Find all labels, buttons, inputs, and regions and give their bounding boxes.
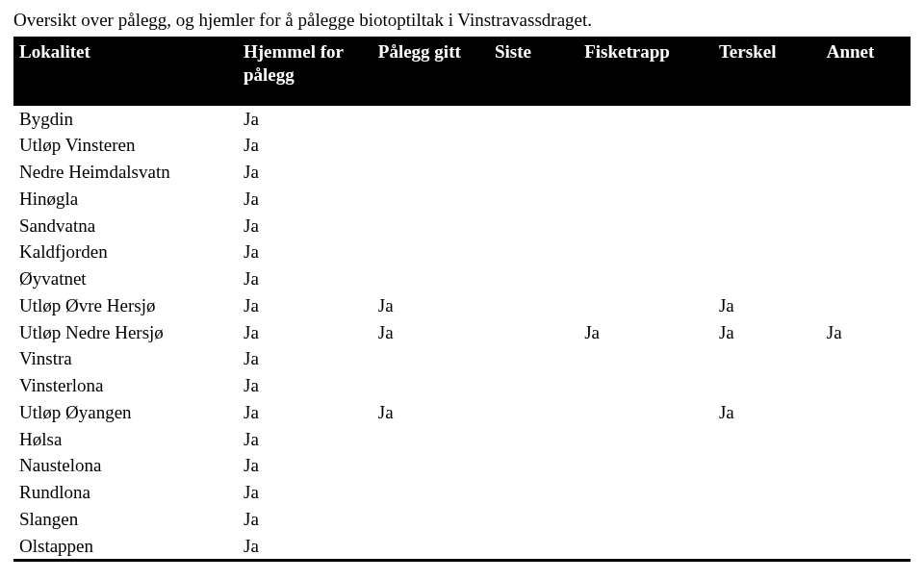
cell-annet — [821, 239, 911, 265]
cell-fisketrapp — [578, 372, 713, 399]
cell-hjemmel: Ja — [238, 399, 372, 426]
cell-fisketrapp — [578, 426, 713, 453]
table-row: BygdinJa — [13, 106, 911, 133]
cell-fisketrapp — [578, 533, 713, 561]
cell-terskel: Ja — [713, 319, 821, 346]
cell-palegg — [372, 372, 489, 399]
cell-palegg — [372, 186, 489, 213]
cell-annet — [821, 213, 911, 240]
cell-hjemmel: Ja — [238, 292, 372, 319]
cell-fisketrapp — [578, 106, 713, 133]
cell-lokalitet: Nedre Heimdalsvatn — [13, 159, 238, 186]
cell-palegg — [372, 479, 489, 506]
cell-siste — [489, 265, 578, 292]
cell-annet — [821, 106, 911, 133]
table-row: SandvatnaJa — [13, 213, 911, 240]
cell-annet — [821, 186, 911, 213]
cell-fisketrapp — [578, 265, 713, 292]
cell-terskel — [713, 506, 821, 533]
header-terskel: Terskel — [713, 37, 821, 106]
cell-palegg — [372, 106, 489, 133]
cell-hjemmel: Ja — [238, 533, 372, 561]
cell-annet — [821, 399, 911, 426]
cell-hjemmel: Ja — [238, 239, 372, 265]
cell-siste — [489, 426, 578, 453]
table-row: RundlonaJa — [13, 479, 911, 506]
table-row: OlstappenJa — [13, 533, 911, 561]
table-row: Utløp VinsterenJa — [13, 132, 911, 159]
cell-siste — [489, 292, 578, 319]
header-fisketrapp: Fisketrapp — [578, 37, 713, 106]
header-lokalitet: Lokalitet — [13, 37, 238, 106]
cell-terskel — [713, 479, 821, 506]
cell-palegg — [372, 345, 489, 372]
cell-terskel — [713, 213, 821, 240]
table-row: NaustelonaJa — [13, 452, 911, 479]
cell-hjemmel: Ja — [238, 319, 372, 346]
table-row: VinsterlonaJa — [13, 372, 911, 399]
cell-palegg — [372, 213, 489, 240]
cell-siste — [489, 239, 578, 265]
cell-terskel — [713, 265, 821, 292]
cell-siste — [489, 506, 578, 533]
cell-terskel: Ja — [713, 292, 821, 319]
table-row: Nedre HeimdalsvatnJa — [13, 159, 911, 186]
cell-terskel — [713, 239, 821, 265]
cell-hjemmel: Ja — [238, 186, 372, 213]
cell-terskel — [713, 132, 821, 159]
header-palegg: Pålegg gitt — [372, 37, 489, 106]
cell-lokalitet: Rundlona — [13, 479, 238, 506]
table-row: HinøglaJa — [13, 186, 911, 213]
cell-siste — [489, 319, 578, 346]
cell-terskel — [713, 426, 821, 453]
cell-hjemmel: Ja — [238, 106, 372, 133]
cell-hjemmel: Ja — [238, 426, 372, 453]
cell-annet — [821, 452, 911, 479]
table-row: KaldfjordenJa — [13, 239, 911, 265]
cell-siste — [489, 345, 578, 372]
cell-palegg: Ja — [372, 319, 489, 346]
cell-terskel — [713, 159, 821, 186]
cell-hjemmel: Ja — [238, 159, 372, 186]
cell-hjemmel: Ja — [238, 452, 372, 479]
cell-lokalitet: Hinøgla — [13, 186, 238, 213]
cell-hjemmel: Ja — [238, 265, 372, 292]
cell-lokalitet: Kaldfjorden — [13, 239, 238, 265]
cell-palegg — [372, 132, 489, 159]
cell-annet — [821, 345, 911, 372]
cell-lokalitet: Bygdin — [13, 106, 238, 133]
table-row: Utløp Øvre HersjøJaJaJa — [13, 292, 911, 319]
cell-terskel — [713, 186, 821, 213]
cell-hjemmel: Ja — [238, 213, 372, 240]
table-header-row: Lokalitet Hjemmel for pålegg Pålegg gitt… — [13, 37, 911, 106]
cell-siste — [489, 372, 578, 399]
cell-annet: Ja — [821, 319, 911, 346]
header-siste: Siste — [489, 37, 578, 106]
cell-lokalitet: Olstappen — [13, 533, 238, 561]
cell-lokalitet: Vinsterlona — [13, 372, 238, 399]
overview-table: Lokalitet Hjemmel for pålegg Pålegg gitt… — [13, 37, 911, 562]
cell-fisketrapp — [578, 452, 713, 479]
cell-lokalitet: Utløp Vinsteren — [13, 132, 238, 159]
cell-terskel — [713, 533, 821, 561]
cell-siste — [489, 213, 578, 240]
table-row: Utløp Nedre HersjøJaJaJaJaJa — [13, 319, 911, 346]
cell-fisketrapp — [578, 345, 713, 372]
cell-palegg — [372, 506, 489, 533]
cell-fisketrapp — [578, 239, 713, 265]
cell-palegg — [372, 159, 489, 186]
cell-hjemmel: Ja — [238, 345, 372, 372]
table-row: SlangenJa — [13, 506, 911, 533]
table-body: BygdinJaUtløp VinsterenJaNedre Heimdalsv… — [13, 106, 911, 561]
cell-fisketrapp — [578, 506, 713, 533]
cell-annet — [821, 132, 911, 159]
cell-siste — [489, 106, 578, 133]
cell-fisketrapp: Ja — [578, 319, 713, 346]
table-row: HølsaJa — [13, 426, 911, 453]
cell-palegg: Ja — [372, 399, 489, 426]
cell-palegg — [372, 265, 489, 292]
cell-lokalitet: Øyvatnet — [13, 265, 238, 292]
cell-lokalitet: Utløp Øvre Hersjø — [13, 292, 238, 319]
table-row: VinstraJa — [13, 345, 911, 372]
cell-lokalitet: Utløp Øyangen — [13, 399, 238, 426]
